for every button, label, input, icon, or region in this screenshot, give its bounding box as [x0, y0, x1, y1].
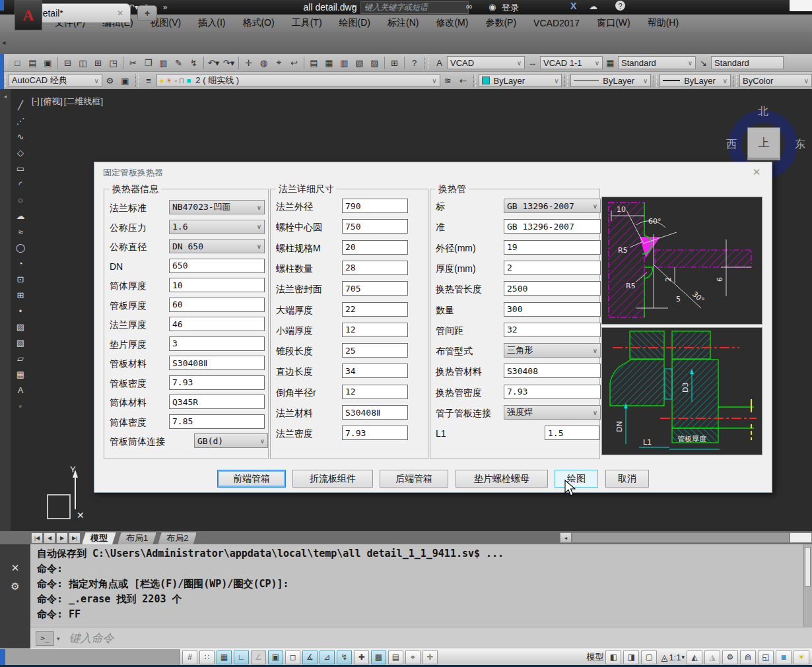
application-menu-button[interactable]: A: [15, 0, 42, 30]
workspace-combo[interactable]: AutoCAD 经典 ∨: [9, 74, 102, 87]
search-input[interactable]: 键入关键字或短语: [360, 1, 469, 14]
mleader-style-icon[interactable]: ↘: [696, 56, 711, 70]
lineweight-combo[interactable]: ByLayer ∨: [660, 74, 731, 87]
annotation-scale-icon[interactable]: ◬: [661, 652, 667, 662]
plot-style-combo[interactable]: ByColor ∨: [739, 74, 812, 87]
designcenter-icon[interactable]: ▦: [321, 56, 337, 70]
layout-tab-2[interactable]: 布局2: [158, 532, 197, 544]
viewport-control-2[interactable]: [二维线框]: [64, 96, 103, 108]
object-snap-toggle[interactable]: ▣: [268, 651, 283, 664]
3d-dwf-icon[interactable]: ◳: [106, 56, 121, 70]
toolbar-grip[interactable]: [135, 75, 139, 87]
layout-tab-1[interactable]: 布局1: [118, 532, 156, 544]
close-panel-icon[interactable]: ✕: [7, 560, 23, 576]
field-input[interactable]: 7.93: [342, 426, 408, 440]
region-icon[interactable]: ▱: [12, 350, 29, 366]
scrollbar-thumb[interactable]: [790, 532, 812, 543]
viewport-control-0[interactable]: [-]: [32, 96, 40, 108]
dim-style-combo[interactable]: VCAD 1-1 ∨: [540, 56, 603, 69]
help-icon[interactable]: ?: [407, 56, 422, 70]
window-controls[interactable]: [790, 0, 812, 11]
toolbar-grip[interactable]: [733, 75, 737, 87]
menu-item-6[interactable]: 绘图(D): [331, 15, 379, 32]
text-style-icon[interactable]: A: [432, 56, 447, 70]
table-icon[interactable]: ▦: [12, 366, 29, 382]
hatch-icon[interactable]: ▨: [12, 319, 29, 334]
menu-item-3[interactable]: 插入(I): [189, 15, 234, 32]
field-input[interactable]: 2: [504, 261, 601, 275]
zoom-window-icon[interactable]: ⌖: [271, 56, 287, 70]
dock-collapse-icon[interactable]: ◂: [0, 93, 11, 100]
dim-style-icon[interactable]: ↔: [525, 56, 540, 70]
grid-toggle[interactable]: ▦: [217, 651, 232, 664]
quick-properties-toggle[interactable]: ▤: [388, 651, 403, 664]
layer-previous-icon[interactable]: ⇠: [456, 74, 471, 88]
plot-icon[interactable]: ⊟: [60, 56, 75, 70]
copy-icon[interactable]: ❐: [141, 56, 156, 70]
field-input[interactable]: 25: [342, 343, 408, 358]
dynamic-ucs-toggle[interactable]: ⊿: [320, 651, 335, 664]
tab-scroll-left-icon[interactable]: ◂: [2, 38, 6, 47]
point-icon[interactable]: •: [12, 303, 29, 319]
customize-wrench-icon[interactable]: ⚙: [7, 579, 23, 594]
layer-combo[interactable]: ●☀▫⊓■ 2 ( 细实线 ) ∨: [156, 74, 440, 87]
3d-object-snap-toggle[interactable]: ◻: [285, 651, 300, 664]
toolbar-lock-icon[interactable]: ⋒: [740, 651, 756, 664]
doc-title-arrow-icon[interactable]: ▸: [353, 2, 356, 9]
point-style-icon[interactable]: ◦: [12, 398, 29, 414]
field-input[interactable]: S30408Ⅱ: [169, 356, 265, 370]
model-space-button[interactable]: 模型: [586, 651, 603, 663]
field-input[interactable]: 650: [169, 259, 265, 273]
redo-icon[interactable]: ↷▾: [221, 56, 236, 70]
quick-view-drawings-icon[interactable]: ▢: [641, 651, 657, 664]
circle-icon[interactable]: ○: [12, 192, 29, 208]
insert-block-icon[interactable]: ⊡: [12, 271, 29, 287]
create-block-icon[interactable]: ⊞: [12, 287, 29, 303]
transparency-toggle[interactable]: ▩: [371, 651, 386, 664]
pan-icon[interactable]: ✛: [241, 56, 256, 70]
ellipse-icon[interactable]: ◯: [12, 239, 29, 255]
signin-button[interactable]: 登录: [502, 2, 519, 14]
rear-tube-box-button[interactable]: 后端管箱: [380, 470, 448, 488]
annotation-scale-value[interactable]: 1:1: [669, 652, 681, 662]
hardware-acceleration-icon[interactable]: ◙: [776, 651, 792, 664]
command-input[interactable]: 键入命令: [69, 631, 114, 646]
help-icon[interactable]: ?: [615, 1, 625, 11]
compass-west-label[interactable]: 西: [726, 138, 737, 152]
mleader-style-combo[interactable]: Standard: [711, 56, 784, 69]
toolbar-overflow-icon[interactable]: »: [157, 1, 173, 14]
table-style-combo[interactable]: Standard ∨: [618, 56, 696, 69]
table-style-icon[interactable]: ▦: [603, 56, 618, 70]
polar-tracking-toggle[interactable]: ∠: [251, 651, 266, 664]
toolbar-grip[interactable]: [473, 75, 477, 87]
workspace-save-icon[interactable]: ▣: [118, 74, 133, 88]
new-icon[interactable]: □: [10, 56, 25, 70]
layout-tab-0[interactable]: 模型: [82, 532, 116, 544]
layer-properties-icon[interactable]: ≡: [141, 74, 156, 88]
menu-item-12[interactable]: 帮助(H): [639, 15, 687, 32]
drawing-canvas[interactable]: ◂ ╱⋰∿◇▭◜○☁≈◯◔⊡⊞•▨▧▱▦A◦ [-][俯视][二维线框] 北 西…: [0, 89, 812, 531]
field-input[interactable]: 7.93: [504, 385, 601, 399]
infer-constraints-toggle[interactable]: #: [182, 651, 197, 664]
field-input[interactable]: 1.5: [545, 426, 599, 440]
menu-item-7[interactable]: 标注(N): [379, 15, 427, 32]
field-input[interactable]: 300: [504, 302, 601, 317]
field-select[interactable]: GB(d)∨: [194, 433, 268, 448]
field-input[interactable]: 2500: [504, 281, 601, 296]
cut-icon[interactable]: ✂: [125, 56, 141, 70]
field-input[interactable]: S30408Ⅱ: [342, 405, 408, 420]
viewport-control-1[interactable]: [俯视]: [41, 96, 63, 108]
polyline-icon[interactable]: ∿: [12, 129, 29, 144]
field-input[interactable]: 7.93: [169, 375, 265, 390]
ortho-toggle[interactable]: ∟: [234, 651, 249, 664]
plot-preview-icon[interactable]: ◫: [75, 56, 90, 70]
scroll-left-icon[interactable]: ◂: [560, 532, 572, 543]
cancel-button[interactable]: 取消: [605, 470, 649, 488]
field-input[interactable]: 46: [169, 317, 265, 331]
publish-icon[interactable]: ⊞: [90, 56, 106, 70]
field-input[interactable]: GB 13296-2007: [504, 219, 601, 234]
gradient-icon[interactable]: ▧: [12, 334, 29, 350]
linetype-combo[interactable]: ByLayer ∨: [570, 74, 651, 87]
toolbar-grip[interactable]: [564, 75, 568, 87]
workspace-settings-icon[interactable]: ⚙: [102, 74, 118, 88]
